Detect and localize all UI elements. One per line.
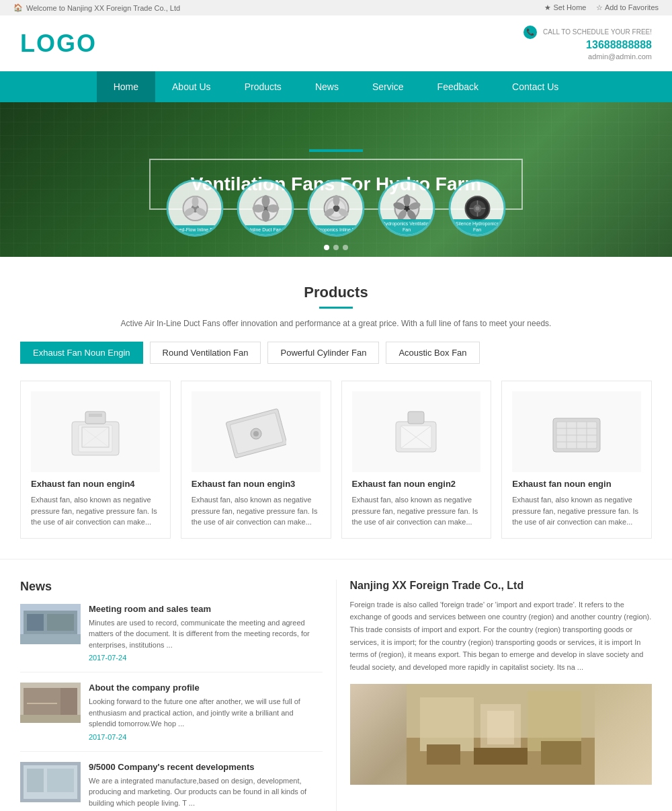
svg-point-2 [192, 196, 198, 207]
product-card-img-2 [192, 391, 321, 472]
svg-rect-73 [420, 697, 474, 751]
news-item-1[interactable]: Meeting room and sales team Minutes are … [20, 604, 323, 673]
about-image [350, 684, 653, 785]
product-tabs: Exhaust Fan Noun Engin Round Ventilation… [20, 342, 652, 364]
news-item-title-3: 9/5000 Company's recent developments [89, 762, 323, 772]
hero-product-4[interactable]: Hydroponics Ventilation Fan [378, 180, 435, 237]
product-card-2[interactable]: Exhaust fan noun engin3 Exhaust fan, als… [181, 381, 331, 539]
nav-item-news[interactable]: News [298, 71, 355, 102]
product-card-img-1 [31, 391, 160, 472]
topbar: 🏠 Welcome to Nanjing XX Foreign Trade Co… [0, 0, 672, 15]
topbar-welcome: 🏠 Welcome to Nanjing XX Foreign Trade Co… [13, 3, 180, 12]
svg-rect-47 [408, 412, 424, 424]
svg-rect-33 [79, 425, 112, 452]
home-icon: 🏠 [13, 3, 23, 12]
hero-product-label-2: Inline Duct Fan [239, 225, 292, 235]
tab-powerful-cylinder[interactable]: Powerful Cylinder Fan [267, 342, 379, 364]
svg-point-10 [252, 204, 264, 213]
tab-exhaust-fan[interactable]: Exhaust Fan Noun Engin [20, 342, 143, 364]
dot-1[interactable] [324, 245, 329, 250]
about-title: Nanjing XX Foreign Trade Co., Ltd [350, 580, 653, 592]
hero-product-label-4: Hydroponics Ventilation Fan [380, 219, 433, 235]
svg-rect-76 [427, 744, 460, 765]
star-icon: ★ [544, 3, 551, 11]
tab-round-ventilation[interactable]: Round Ventilation Fan [150, 342, 261, 364]
news-content-2: About the company profile Looking forwar… [89, 683, 323, 741]
news-column: News Meeting room and sales team Minutes… [20, 580, 336, 812]
about-text: Foreign trade is also called 'foreign tr… [350, 598, 653, 674]
svg-rect-64 [20, 715, 81, 723]
news-about-section: News Meeting room and sales team Minutes… [0, 559, 672, 812]
news-date-2: 2017-07-24 [89, 733, 323, 741]
svg-rect-38 [89, 414, 102, 417]
hero-product-1[interactable]: Mixed-Flow Inline Fan [167, 180, 224, 237]
set-home-link[interactable]: ★ Set Home [544, 3, 586, 12]
products-title: Products [20, 284, 652, 301]
svg-rect-59 [47, 614, 74, 631]
products-section: Products Active Air In-Line Duct Fans of… [0, 257, 672, 559]
svg-point-42 [253, 431, 259, 436]
news-item-desc-1: Minutes are used to record, communicate … [89, 617, 323, 651]
svg-rect-37 [85, 412, 106, 424]
product-card-4[interactable]: Exhaust fan noun engin Exhaust fan, also… [501, 381, 652, 539]
news-item-2[interactable]: About the company profile Looking forwar… [20, 683, 323, 752]
fan-icon-1 [178, 192, 212, 225]
news-item-3[interactable]: 9/5000 Company's recent developments We … [20, 762, 323, 812]
svg-point-27 [475, 206, 479, 210]
svg-rect-77 [474, 748, 528, 765]
products-desc: Active Air In-Line Duct Fans offer innov… [20, 319, 652, 328]
news-date-1: 2017-07-24 [89, 654, 323, 662]
fan-icon-2 [249, 192, 282, 225]
svg-rect-69 [27, 769, 44, 792]
product-card-img-3 [352, 391, 481, 472]
header-contact: 📞 CALL TO SCHEDULE YOUR FREE! 1368888888… [523, 26, 652, 61]
product-card-desc-3: Exhaust fan, also known as negative pres… [352, 494, 481, 528]
product-card-1[interactable]: Exhaust fan noun engin4 Exhaust fan, als… [20, 381, 171, 539]
bookmark-icon: ☆ [596, 3, 603, 11]
news-content-1: Meeting room and sales team Minutes are … [89, 604, 323, 662]
product-card-desc-1: Exhaust fan, also known as negative pres… [31, 494, 160, 528]
tab-acoustic-box[interactable]: Acoustic Box Fan [386, 342, 479, 364]
news-item-desc-3: We are a integrated manufacture,based on… [89, 775, 323, 809]
svg-point-7 [261, 195, 269, 207]
svg-rect-63 [60, 688, 77, 715]
nav-item-service[interactable]: Service [355, 71, 421, 102]
carousel-dots[interactable] [324, 245, 348, 250]
about-column: Nanjing XX Foreign Trade Co., Ltd Foreig… [336, 580, 653, 812]
svg-point-19 [403, 194, 410, 206]
dot-2[interactable] [333, 245, 339, 250]
hero-accent-bar [309, 149, 363, 152]
svg-rect-65 [27, 703, 57, 704]
fan-icon-3 [319, 192, 353, 225]
svg-rect-70 [47, 769, 74, 792]
news-item-desc-2: Looking forward to the future one after … [89, 696, 323, 730]
nav-item-contact[interactable]: Contact Us [495, 71, 575, 102]
svg-point-9 [261, 210, 269, 222]
svg-rect-58 [27, 614, 44, 631]
nav-item-about[interactable]: About Us [155, 71, 228, 102]
product-card-3[interactable]: Exhaust fan noun engin2 Exhaust fan, als… [341, 381, 492, 539]
hero-product-5[interactable]: Silence Hydroponics Fan [449, 180, 506, 237]
svg-rect-79 [487, 711, 514, 744]
phone-icon: 📞 [523, 26, 537, 39]
main-nav: Home About Us Products News Service Feed… [0, 71, 672, 102]
add-favorites-link[interactable]: ☆ Add to Favorites [596, 3, 659, 12]
hero-product-2[interactable]: Inline Duct Fan [237, 180, 294, 237]
dot-3[interactable] [343, 245, 348, 250]
logo: LOGO [20, 30, 97, 58]
news-title: News [20, 580, 323, 594]
nav-item-feedback[interactable]: Feedback [421, 71, 495, 102]
product-grid: Exhaust fan noun engin4 Exhaust fan, als… [20, 381, 652, 539]
product-card-title-3: Exhaust fan noun engin2 [352, 479, 481, 489]
products-underline [319, 307, 353, 309]
hero-product-label-1: Mixed-Flow Inline Fan [169, 225, 222, 235]
hero-product-3[interactable]: Hydroponics Inline Fan [308, 180, 365, 237]
nav-item-products[interactable]: Products [228, 71, 298, 102]
product-card-title-1: Exhaust fan noun engin4 [31, 479, 160, 489]
product-card-img-4 [512, 391, 641, 472]
news-item-title-2: About the company profile [89, 683, 323, 693]
hero-product-label-3: Hydroponics Inline Fan [310, 225, 363, 235]
nav-item-home[interactable]: Home [97, 71, 155, 102]
news-img-2 [20, 683, 81, 723]
news-content-3: 9/5000 Company's recent developments We … [89, 762, 323, 812]
